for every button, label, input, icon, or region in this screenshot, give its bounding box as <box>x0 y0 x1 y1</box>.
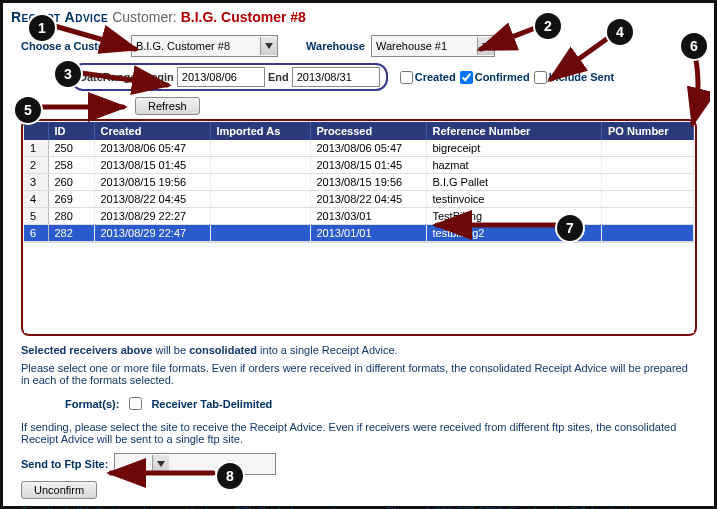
warehouse-label: Warehouse <box>306 40 365 52</box>
table-row[interactable]: 62822013/08/29 22:472013/01/01testbillin… <box>24 225 694 242</box>
col-imported[interactable]: Imported As <box>210 122 310 140</box>
title-customer-label: Customer: <box>112 9 177 25</box>
col-created[interactable]: Created <box>94 122 210 140</box>
created-checkbox[interactable] <box>400 71 413 84</box>
ftp-site-value <box>115 458 152 470</box>
unconfirm-button[interactable]: Unconfirm <box>21 481 97 499</box>
end-date-input[interactable] <box>292 67 380 87</box>
created-check-label: Created <box>415 71 456 83</box>
chevron-down-icon <box>477 37 494 55</box>
begin-date-input[interactable] <box>177 67 265 87</box>
consolidation-info: Selected receivers above will be consoli… <box>21 344 691 386</box>
chevron-down-icon <box>152 455 169 473</box>
title-lead: Receipt Advice <box>11 9 108 25</box>
table-row[interactable]: 42692013/08/22 04:452013/08/22 04:45test… <box>24 191 694 208</box>
formats-row: Format(s): Receiver Tab-Delimited <box>65 394 696 413</box>
daterange-label: DateRange: <box>79 71 140 83</box>
page-title: Receipt Advice Customer: B.I.G. Customer… <box>11 9 706 25</box>
title-customer-name: B.I.G. Customer #8 <box>181 9 306 25</box>
confirmed-checkbox[interactable] <box>460 71 473 84</box>
filter-row-1: Choose a Customer B.I.G. Customer #8 War… <box>21 35 696 57</box>
col-id[interactable]: ID <box>48 122 94 140</box>
include-sent-checkbox[interactable] <box>534 71 547 84</box>
col-rownum[interactable] <box>24 122 48 140</box>
ftp-site-select[interactable] <box>114 453 276 475</box>
info-consolidated: consolidated <box>189 344 257 356</box>
chevron-down-icon <box>260 37 277 55</box>
date-range-box: DateRange: Begin End <box>71 63 388 91</box>
info-ftp-text: If sending, please select the site to re… <box>21 421 691 445</box>
results-table-zone: ID Created Imported As Processed Referen… <box>21 119 697 336</box>
svg-marker-1 <box>482 43 490 49</box>
results-table[interactable]: ID Created Imported As Processed Referen… <box>24 122 694 242</box>
ftp-row: Send to Ftp Site: <box>21 453 696 475</box>
formats-label: Format(s): <box>65 398 119 410</box>
status-checks: Created Confirmed Include Sent <box>400 71 614 84</box>
svg-marker-2 <box>157 461 165 467</box>
refresh-button[interactable]: Refresh <box>135 97 200 115</box>
send-ftp-label: Send to Ftp Site: <box>21 458 108 470</box>
table-row[interactable]: 32602013/08/15 19:562013/08/15 19:56B.I.… <box>24 174 694 191</box>
receiver-tab-label: Receiver Tab-Delimited <box>151 398 272 410</box>
info-formats-text: Please select one or more file formats. … <box>21 362 691 386</box>
customer-select[interactable]: B.I.G. Customer #8 <box>131 35 278 57</box>
warehouse-select-value: Warehouse #1 <box>372 40 477 52</box>
col-reference[interactable]: Reference Number <box>426 122 602 140</box>
app-frame: Receipt Advice Customer: B.I.G. Customer… <box>0 0 717 509</box>
customer-select-value: B.I.G. Customer #8 <box>132 40 260 52</box>
col-po[interactable]: PO Number <box>602 122 694 140</box>
col-processed[interactable]: Processed <box>310 122 426 140</box>
unconfirm-wrap: Unconfirm <box>21 481 696 499</box>
refresh-wrap: Refresh <box>135 97 712 115</box>
confirmed-check-label: Confirmed <box>475 71 530 83</box>
table-row[interactable]: 52802013/08/29 22:272013/03/01TestBillin… <box>24 208 694 225</box>
begin-label: Begin <box>143 71 174 83</box>
table-row[interactable]: 22582013/08/15 01:452013/08/15 01:45hazm… <box>24 157 694 174</box>
info-sel-recv: Selected receivers above <box>21 344 152 356</box>
warehouse-select[interactable]: Warehouse #1 <box>371 35 495 57</box>
include-sent-check-label: Include Sent <box>549 71 614 83</box>
svg-marker-0 <box>265 43 273 49</box>
ftp-info: If sending, please select the site to re… <box>21 421 691 445</box>
activate-text: To activate this feature, please contact… <box>21 505 696 509</box>
table-header-row: ID Created Imported As Processed Referen… <box>24 122 694 140</box>
filter-row-2: DateRange: Begin End Created Confirmed I… <box>21 63 696 91</box>
receiver-tab-checkbox[interactable] <box>129 397 142 410</box>
table-row[interactable]: 12502013/08/06 05:472013/08/06 05:47bigr… <box>24 140 694 157</box>
end-label: End <box>268 71 289 83</box>
table-empty-space <box>24 242 694 333</box>
choose-customer-label: Choose a Customer <box>21 40 125 52</box>
